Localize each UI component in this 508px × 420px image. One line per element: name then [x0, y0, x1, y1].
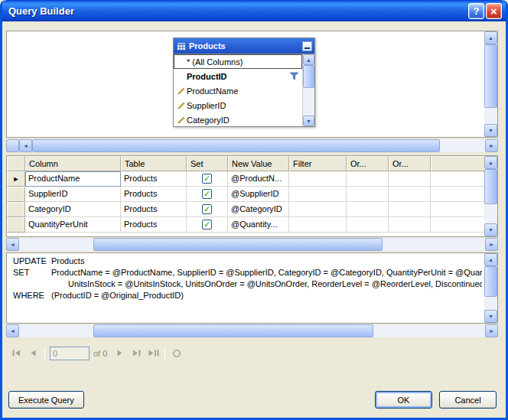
scrollbar-thumb[interactable] [93, 238, 383, 251]
grid-vscrollbar[interactable]: ▲ ▼ [484, 156, 497, 236]
cell-filter[interactable] [289, 187, 347, 202]
scroll-right-button[interactable]: ► [485, 238, 498, 251]
title-bar[interactable]: Query Builder ? × [2, 0, 506, 21]
cell-new-value[interactable]: @CategoryID [228, 202, 289, 217]
cell-filter[interactable] [289, 217, 347, 233]
move-first-button[interactable] [8, 345, 24, 361]
ok-button[interactable]: OK [375, 391, 432, 409]
cell-or1[interactable] [347, 171, 389, 187]
cell-or2[interactable] [389, 217, 431, 233]
scrollbar-track[interactable] [484, 44, 497, 124]
scroll-left-button[interactable]: ◄ [19, 139, 32, 152]
grid-header-column[interactable]: Column [25, 156, 121, 171]
set-checkbox[interactable]: ✓ [202, 174, 212, 184]
cell-new-value[interactable]: @ProductN... [228, 171, 289, 187]
cell-or2[interactable] [389, 171, 431, 187]
row-selector[interactable] [7, 187, 25, 202]
cell-or1[interactable] [347, 202, 389, 217]
splitter-handle[interactable] [6, 139, 19, 152]
move-next-button[interactable] [112, 345, 128, 361]
cell-new-value[interactable]: @SupplierID [228, 187, 289, 202]
cell-column[interactable]: CategoryID [25, 202, 121, 217]
cell-filter[interactable] [289, 171, 347, 187]
cell-set: ✓ [187, 171, 228, 187]
help-button[interactable]: ? [468, 3, 484, 19]
sql-keyword: UPDATE [13, 256, 51, 267]
scrollbar-track[interactable] [303, 65, 314, 116]
scroll-right-button[interactable]: ► [485, 324, 498, 337]
cell-table[interactable]: Products [121, 202, 187, 217]
scroll-down-button[interactable]: ▼ [484, 310, 497, 323]
move-new-button[interactable] [145, 345, 161, 361]
scrollbar-track[interactable] [484, 169, 497, 223]
grid-header-set[interactable]: Set [187, 156, 228, 171]
cell-or1[interactable] [347, 217, 389, 233]
table-card-scrollbar[interactable]: ▲ ▼ [302, 54, 314, 126]
cell-column[interactable]: ProductName [25, 171, 121, 187]
execute-query-button[interactable]: Execute Query [8, 391, 84, 409]
grid-hscrollbar[interactable]: ◄ ► [6, 238, 498, 251]
grid-header-table[interactable]: Table [121, 156, 187, 171]
grid-header-or2[interactable]: Or... [389, 156, 431, 171]
diagram-vscrollbar[interactable]: ▲ ▼ [484, 31, 497, 137]
scroll-up-button[interactable]: ▲ [484, 31, 497, 44]
grid-header-filter[interactable]: Filter [289, 156, 347, 171]
grid-header-new-value[interactable]: New Value [228, 156, 289, 171]
scrollbar-thumb[interactable] [303, 65, 314, 88]
cell-column[interactable]: SupplierID [25, 187, 121, 202]
cell-column[interactable]: QuantityPerUnit [25, 217, 121, 233]
scroll-left-button[interactable]: ◄ [6, 324, 19, 337]
sql-hscrollbar[interactable]: ◄ ► [6, 324, 498, 337]
scrollbar-thumb[interactable] [32, 139, 440, 152]
products-table-header[interactable]: Products [174, 38, 314, 54]
scrollbar-track[interactable] [32, 139, 485, 152]
cell-new-value[interactable]: @Quantity... [228, 217, 289, 233]
stop-query-button[interactable] [168, 345, 184, 361]
set-checkbox[interactable]: ✓ [202, 189, 212, 199]
set-checkbox[interactable]: ✓ [202, 220, 212, 230]
diagram-hscrollbar[interactable]: ◄ ► [6, 139, 498, 152]
collapse-table-button[interactable] [302, 41, 312, 51]
sql-pane[interactable]: UPDATE Products SET ProductName = @Produ… [6, 252, 498, 324]
scroll-down-button[interactable]: ▼ [484, 124, 497, 137]
row-selector[interactable] [7, 202, 25, 217]
scrollbar-track[interactable] [484, 266, 497, 310]
move-last-button[interactable] [129, 345, 145, 361]
scrollbar-thumb[interactable] [93, 324, 373, 337]
cell-table[interactable]: Products [121, 217, 187, 233]
products-table-card[interactable]: Products * (All Columns) ProductID [173, 37, 315, 127]
column-item-productid[interactable]: ProductID [174, 69, 302, 83]
column-item-categoryid[interactable]: CategoryID [174, 112, 302, 126]
close-button[interactable]: × [486, 3, 502, 19]
column-item-all-columns[interactable]: * (All Columns) [174, 54, 302, 69]
grid-header-or1[interactable]: Or... [347, 156, 389, 171]
scroll-up-button[interactable]: ▲ [303, 54, 314, 65]
set-checkbox[interactable]: ✓ [202, 204, 212, 214]
scrollbar-track[interactable] [19, 238, 485, 251]
diagram-pane[interactable]: Products * (All Columns) ProductID [6, 31, 498, 138]
scroll-down-button[interactable]: ▼ [303, 116, 314, 126]
row-selector[interactable]: ► [7, 171, 25, 187]
move-previous-button[interactable] [25, 345, 41, 361]
scroll-right-button[interactable]: ► [485, 139, 498, 152]
scrollbar-thumb[interactable] [484, 44, 497, 108]
row-selector[interactable] [7, 217, 25, 233]
cell-table[interactable]: Products [121, 171, 187, 187]
scroll-up-button[interactable]: ▲ [484, 253, 497, 266]
scroll-up-button[interactable]: ▲ [484, 156, 497, 169]
sql-vscrollbar[interactable]: ▲ ▼ [484, 253, 497, 323]
column-item-productname[interactable]: ProductName [174, 83, 302, 98]
scroll-left-button[interactable]: ◄ [6, 238, 19, 251]
scroll-down-button[interactable]: ▼ [484, 223, 497, 236]
column-item-supplierid[interactable]: SupplierID [174, 98, 302, 112]
cell-table[interactable]: Products [121, 187, 187, 202]
cell-filter[interactable] [289, 202, 347, 217]
cell-or1[interactable] [347, 187, 389, 202]
position-input[interactable] [50, 347, 90, 360]
scrollbar-thumb[interactable] [484, 266, 497, 297]
scrollbar-track[interactable] [19, 324, 485, 337]
scrollbar-thumb[interactable] [484, 169, 497, 204]
cancel-button[interactable]: Cancel [439, 391, 497, 409]
cell-or2[interactable] [389, 187, 431, 202]
cell-or2[interactable] [389, 202, 431, 217]
